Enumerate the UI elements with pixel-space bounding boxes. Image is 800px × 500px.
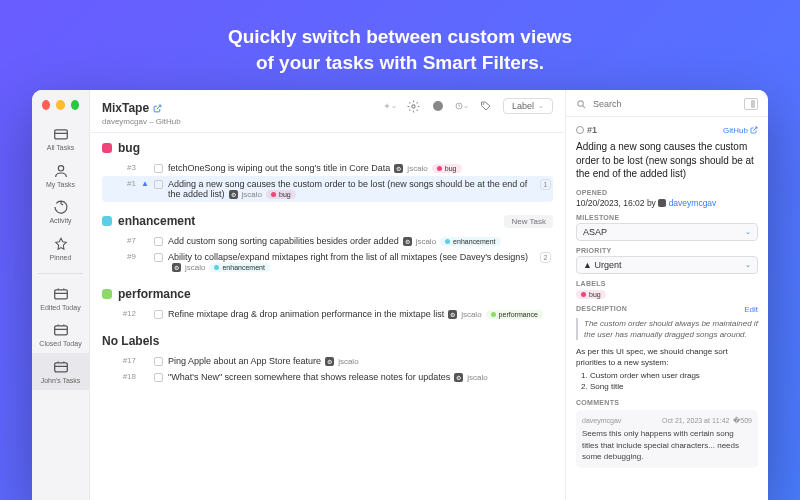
task-checkbox[interactable] (154, 373, 163, 382)
sidebar-smart-closed-today[interactable]: Closed Today (32, 316, 89, 353)
assignee-name: jscalo (407, 164, 427, 173)
sidebar-icon (52, 163, 70, 179)
comment-count: 1 (540, 179, 551, 190)
maximize-dot[interactable] (71, 100, 79, 110)
comment-body: Seems this only happens with certain son… (582, 428, 752, 462)
project-title[interactable]: MixTape (102, 101, 162, 115)
svg-point-5 (412, 104, 415, 107)
label-dropdown[interactable]: Label⌄ (503, 98, 553, 114)
avatar-icon: ⚙ (454, 373, 463, 382)
task-number: #9 (118, 252, 136, 261)
tag-bug[interactable]: bug (576, 290, 606, 299)
task-row[interactable]: #17Ping Apple about an App Store feature… (102, 353, 553, 369)
settings-icon[interactable] (407, 99, 421, 113)
description-list-item: Custom order when user drags (590, 370, 758, 381)
app-window: All TasksMy TasksActivityPinned Edited T… (32, 90, 768, 500)
task-row[interactable]: #7Add custom song sorting capabilities b… (102, 233, 553, 249)
group-title: bug (118, 141, 140, 155)
opened-label: OPENED (576, 189, 758, 196)
svg-point-9 (578, 100, 584, 106)
task-checkbox[interactable] (154, 237, 163, 246)
sidebar-item-activity[interactable]: Activity (32, 193, 89, 230)
main-panel: MixTape daveymcgav – GitHub ⌄ ⌄ Label⌄ b… (90, 90, 565, 500)
header-toolbar: ⌄ ⌄ Label⌄ (383, 98, 553, 114)
add-button[interactable]: ⌄ (383, 99, 397, 113)
group-title: enhancement (118, 214, 195, 228)
github-link[interactable]: GitHub (723, 126, 758, 135)
avatar-icon: ⚙ (403, 237, 412, 246)
task-title: Refine mixtape drag & drop animation per… (168, 309, 444, 319)
sidebar-smart-john-s-tasks[interactable]: John's Tasks (32, 353, 89, 390)
assignee-name: jscalo (242, 190, 262, 199)
sidebar-divider (38, 273, 83, 274)
avatar-icon: ⚙ (229, 190, 238, 199)
group-color-swatch (102, 143, 112, 153)
sidebar-item-my-tasks[interactable]: My Tasks (32, 157, 89, 194)
group-bug: bug#3fetchOneSong is wiping out the song… (102, 141, 553, 202)
promo-headline: Quickly switch between custom views of y… (0, 0, 800, 93)
sidebar: All TasksMy TasksActivityPinned Edited T… (32, 90, 90, 500)
task-row[interactable]: #3fetchOneSong is wiping out the song's … (102, 160, 553, 176)
sidebar-icon (52, 126, 70, 142)
task-row[interactable]: #12Refine mixtape drag & drop animation … (102, 306, 553, 322)
task-row[interactable]: #9Ability to collapse/expand mixtapes ri… (102, 249, 553, 275)
tag-icon[interactable] (479, 99, 493, 113)
detail-header (566, 90, 768, 117)
sidebar-icon (52, 199, 70, 215)
milestone-label: MILESTONE (576, 214, 758, 221)
description-quote: The custom order should always be mainta… (576, 318, 758, 340)
task-number: #17 (118, 356, 136, 365)
avatar-icon: ⚙ (172, 263, 181, 272)
svg-rect-2 (54, 290, 67, 299)
group-title: performance (118, 287, 191, 301)
task-title: Ability to collapse/expand mixtapes righ… (168, 252, 528, 262)
assignee-name: jscalo (467, 373, 487, 382)
tag-bug: bug (266, 190, 296, 199)
edit-description-link[interactable]: Edit (744, 305, 758, 314)
close-dot[interactable] (42, 100, 50, 110)
task-number: #12 (118, 309, 136, 318)
external-link-icon (153, 104, 162, 113)
task-number: #7 (118, 236, 136, 245)
task-number: #1 (118, 179, 136, 188)
toggle-panel-icon[interactable] (744, 98, 758, 110)
comments-label: COMMENTS (576, 399, 758, 406)
group-performance: performance#12Refine mixtape drag & drop… (102, 287, 553, 322)
description-body: As per this UI spec, we should change so… (576, 346, 758, 393)
task-checkbox[interactable] (154, 180, 163, 189)
avatar-icon: ⚙ (448, 310, 457, 319)
task-checkbox[interactable] (154, 357, 163, 366)
svg-point-8 (483, 104, 484, 105)
search-icon (576, 99, 587, 110)
task-row[interactable]: #18"What's New" screen somewhere that sh… (102, 369, 553, 385)
labels-value[interactable]: bug (576, 289, 758, 299)
assignee-name: jscalo (416, 237, 436, 246)
clock-icon[interactable]: ⌄ (455, 99, 469, 113)
search-input[interactable] (593, 99, 738, 109)
task-list: bug#3fetchOneSong is wiping out the song… (90, 133, 565, 500)
assignee-name: jscalo (461, 310, 481, 319)
filter-icon[interactable] (431, 99, 445, 113)
sidebar-icon (52, 236, 70, 252)
task-row[interactable]: #1▲Adding a new song causes the custom o… (102, 176, 553, 202)
issue-number: #1 (576, 125, 597, 135)
minimize-dot[interactable] (56, 100, 64, 110)
folder-icon (52, 322, 70, 338)
task-checkbox[interactable] (154, 164, 163, 173)
task-checkbox[interactable] (154, 253, 163, 262)
group-color-swatch (102, 216, 112, 226)
sidebar-smart-edited-today[interactable]: Edited Today (32, 280, 89, 317)
task-checkbox[interactable] (154, 310, 163, 319)
comment-author: daveymcgav (582, 416, 621, 426)
priority-select[interactable]: ▲ Urgent⌄ (576, 256, 758, 274)
sidebar-item-all-tasks[interactable]: All Tasks (32, 120, 89, 157)
traffic-lights (32, 90, 89, 118)
milestone-select[interactable]: ASAP⌄ (576, 223, 758, 241)
svg-rect-3 (54, 326, 67, 335)
group-title: No Labels (102, 334, 159, 348)
tag-performance: performance (486, 310, 543, 319)
new-task-button[interactable]: New Task (504, 215, 553, 228)
comment-date: Oct 21, 2023 at 11:42 �509 (662, 416, 752, 426)
comment: daveymcgavOct 21, 2023 at 11:42 �509Seem… (576, 410, 758, 468)
sidebar-item-pinned[interactable]: Pinned (32, 230, 89, 267)
